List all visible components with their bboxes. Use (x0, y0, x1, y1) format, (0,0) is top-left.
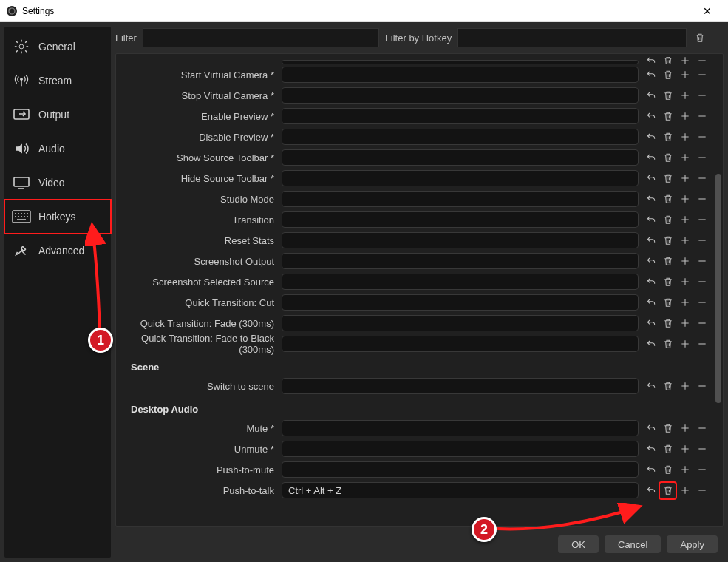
undo-button[interactable] (643, 88, 659, 104)
plus-button[interactable] (677, 67, 693, 83)
trash-button[interactable] (660, 88, 676, 104)
undo-button[interactable] (643, 462, 659, 478)
undo-button[interactable] (643, 129, 659, 145)
trash-button[interactable] (660, 379, 676, 394)
undo-button[interactable] (643, 109, 659, 124)
sidebar-item-video[interactable]: Video (4, 166, 111, 200)
trash-button[interactable] (660, 192, 676, 207)
trash-button[interactable] (660, 171, 676, 186)
undo-button[interactable] (643, 316, 659, 331)
filter-input[interactable] (143, 28, 379, 47)
undo-button[interactable] (643, 171, 659, 186)
trash-button[interactable] (660, 254, 676, 269)
trash-button[interactable] (660, 150, 676, 166)
minus-button[interactable] (694, 233, 710, 248)
plus-button[interactable] (677, 233, 693, 248)
plus-button[interactable] (677, 88, 693, 104)
plus-button[interactable] (677, 254, 693, 269)
hotkey-input[interactable] (282, 253, 639, 269)
hotkey-input[interactable] (282, 294, 639, 311)
minus-button[interactable] (694, 254, 710, 269)
hotkey-input[interactable] (282, 211, 639, 228)
sidebar-item-output[interactable]: Output (4, 98, 111, 132)
trash-button[interactable] (660, 109, 676, 124)
sidebar-item-audio[interactable]: Audio (4, 132, 111, 166)
plus-button[interactable] (677, 441, 693, 457)
scrollbar-thumb[interactable] (715, 174, 721, 403)
trash-button[interactable] (660, 67, 676, 83)
minus-button[interactable] (694, 295, 710, 311)
undo-button[interactable] (643, 295, 659, 311)
minus-button[interactable] (694, 379, 710, 394)
trash-button[interactable] (660, 316, 676, 331)
hotkey-input[interactable] (282, 315, 639, 331)
clear-filter-button[interactable] (693, 30, 707, 45)
plus-button[interactable] (677, 192, 693, 207)
minus-button[interactable] (694, 109, 710, 124)
plus-button[interactable] (677, 421, 693, 436)
hotkey-input[interactable] (282, 149, 639, 166)
plus-button[interactable] (677, 212, 693, 228)
hotkey-input[interactable] (282, 191, 639, 207)
plus-button[interactable] (677, 316, 693, 331)
sidebar-item-general[interactable]: General (4, 30, 111, 64)
minus-button[interactable] (694, 88, 710, 104)
plus-button[interactable] (677, 379, 693, 394)
plus-button[interactable] (677, 462, 693, 478)
minus-button[interactable] (694, 336, 710, 352)
trash-button[interactable] (660, 233, 676, 248)
sidebar-item-stream[interactable]: Stream (4, 64, 111, 98)
plus-button[interactable] (677, 129, 693, 145)
sidebar-item-hotkeys[interactable]: Hotkeys (4, 200, 111, 234)
filter-hotkey-input[interactable] (457, 28, 687, 47)
hotkey-input[interactable] (282, 274, 639, 290)
undo-button[interactable] (643, 57, 659, 64)
hotkey-input[interactable] (282, 108, 639, 124)
undo-button[interactable] (643, 212, 659, 228)
minus-button[interactable] (694, 483, 710, 498)
sidebar-item-advanced[interactable]: Advanced (4, 234, 111, 268)
hotkey-input[interactable] (282, 461, 639, 478)
minus-button[interactable] (694, 192, 710, 207)
minus-button[interactable] (694, 129, 710, 145)
hotkey-input[interactable] (282, 378, 639, 394)
plus-button[interactable] (677, 483, 693, 498)
close-button[interactable]: ✕ (693, 5, 722, 17)
trash-button[interactable] (660, 212, 676, 228)
minus-button[interactable] (694, 212, 710, 228)
ok-button[interactable]: OK (558, 535, 599, 553)
minus-button[interactable] (694, 441, 710, 457)
undo-button[interactable] (643, 441, 659, 457)
trash-button[interactable] (660, 295, 676, 311)
minus-button[interactable] (694, 462, 710, 478)
undo-button[interactable] (643, 67, 659, 83)
undo-button[interactable] (643, 192, 659, 207)
minus-button[interactable] (694, 57, 710, 64)
minus-button[interactable] (694, 150, 710, 166)
minus-button[interactable] (694, 316, 710, 331)
undo-button[interactable] (643, 421, 659, 436)
trash-button[interactable] (660, 421, 676, 436)
plus-button[interactable] (677, 336, 693, 352)
hotkey-input[interactable] (282, 170, 639, 186)
hotkey-input[interactable] (282, 87, 639, 104)
undo-button[interactable] (643, 150, 659, 166)
plus-button[interactable] (677, 57, 693, 64)
scrollbar[interactable] (715, 55, 721, 524)
hotkey-input[interactable] (282, 336, 639, 352)
minus-button[interactable] (694, 421, 710, 436)
plus-button[interactable] (677, 274, 693, 290)
plus-button[interactable] (677, 109, 693, 124)
trash-button[interactable] (660, 462, 676, 478)
undo-button[interactable] (643, 233, 659, 248)
hotkey-input[interactable] (282, 67, 639, 83)
apply-button[interactable]: Apply (667, 535, 718, 553)
hotkey-input[interactable] (282, 420, 639, 436)
trash-button[interactable] (660, 483, 676, 498)
trash-button[interactable] (660, 336, 676, 352)
minus-button[interactable] (694, 67, 710, 83)
trash-button[interactable] (660, 441, 676, 457)
hotkey-input[interactable] (282, 441, 639, 457)
hotkey-input[interactable] (282, 129, 639, 145)
trash-button[interactable] (660, 274, 676, 290)
